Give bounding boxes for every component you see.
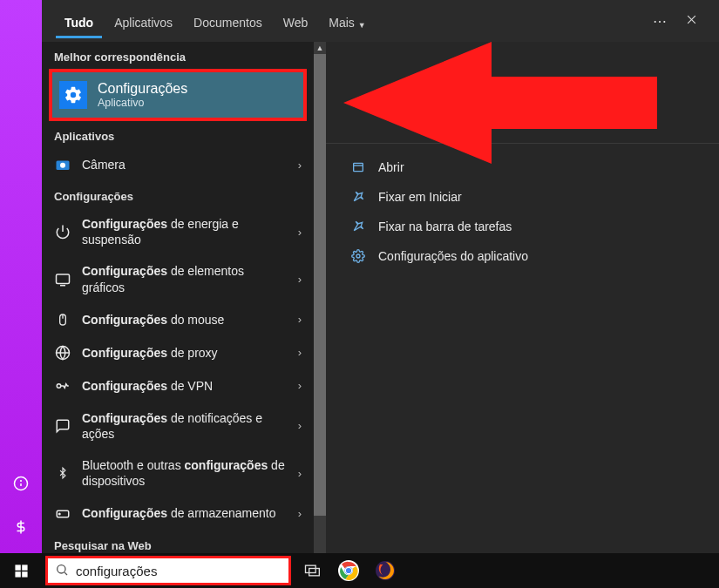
result-configuracoes-best[interactable]: Configurações Aplicativo (49, 69, 307, 121)
storage-icon (54, 505, 71, 523)
task-view-button[interactable] (296, 553, 328, 588)
open-icon (350, 159, 366, 175)
best-match-sub: Aplicativo (98, 97, 187, 109)
scrollbar[interactable]: ▲ ▼ (314, 42, 326, 588)
tab-documentos[interactable]: Documentos (185, 3, 271, 38)
section-apps: Aplicativos (42, 121, 314, 148)
scroll-up-icon[interactable]: ▲ (314, 42, 326, 54)
svg-rect-24 (22, 564, 27, 570)
action-pin-taskbar[interactable]: Fixar na barra de tarefas (326, 212, 719, 241)
search-icon (55, 563, 69, 579)
result-label: Câmera (82, 157, 288, 172)
preview-sub: Aplicativo (343, 114, 702, 127)
action-open[interactable]: Abrir (326, 152, 719, 182)
tab-aplicativos[interactable]: Aplicativos (105, 3, 181, 38)
result-mouse[interactable]: Configurações do mouse › (42, 303, 314, 336)
result-label: Configurações do mouse (82, 312, 288, 328)
result-label: Configurações de armazenamento (82, 505, 288, 521)
svg-rect-30 (309, 569, 320, 576)
svg-line-28 (64, 572, 67, 575)
svg-point-33 (345, 567, 351, 573)
result-label: Configurações de proxy (82, 345, 288, 361)
result-storage[interactable]: Configurações de armazenamento › (42, 497, 314, 531)
result-bluetooth[interactable]: Bluetooth e outras configurações de disp… (42, 449, 314, 497)
pin-icon (350, 219, 366, 234)
close-button[interactable] (677, 13, 705, 30)
action-label: Configurações do aplicativo (378, 249, 528, 263)
chevron-right-icon: › (298, 159, 302, 172)
result-energy[interactable]: Configurações de energia e suspensão › (42, 208, 314, 255)
svg-point-2 (21, 481, 22, 482)
action-pin-start[interactable]: Fixar em Iniciar (326, 182, 719, 212)
taskbar-search[interactable] (45, 556, 291, 585)
pin-icon (350, 189, 366, 205)
result-label: Bluetooth e outras configurações de disp… (82, 457, 288, 489)
gear-icon (59, 81, 87, 109)
result-label: Configurações de energia e suspensão (82, 216, 288, 247)
chevron-right-icon: › (298, 507, 302, 520)
firefox-app[interactable] (370, 553, 401, 588)
result-proxy[interactable]: Configurações de proxy › (42, 336, 314, 369)
tab-mais[interactable]: Mais ▼ (320, 3, 374, 38)
info-icon[interactable] (12, 475, 30, 492)
section-settings: Configurações (42, 181, 314, 208)
chrome-icon (338, 560, 359, 581)
filter-tabs: Tudo Aplicativos Documentos Web Mais ▼ ⋯ (42, 0, 719, 42)
svg-rect-29 (306, 565, 316, 572)
action-label: Fixar na barra de tarefas (378, 220, 512, 233)
result-label: Configurações de VPN (82, 378, 288, 394)
chevron-right-icon: › (298, 419, 302, 432)
chevron-right-icon: › (298, 379, 302, 392)
action-label: Abrir (378, 160, 404, 174)
chevron-right-icon: › (298, 226, 302, 239)
result-camera[interactable]: Câmera › (42, 148, 314, 181)
result-vpn[interactable]: Configurações de VPN › (42, 369, 314, 402)
svg-rect-20 (354, 163, 363, 171)
firefox-icon (375, 560, 396, 581)
chevron-right-icon: › (298, 313, 302, 326)
chevron-down-icon: ▼ (358, 21, 366, 30)
preview-pane: Configurações Aplicativo Abrir Fixar em … (326, 42, 719, 588)
gear-icon (350, 248, 366, 264)
svg-rect-25 (15, 571, 20, 577)
svg-point-8 (60, 163, 65, 168)
chrome-app[interactable] (333, 553, 364, 588)
display-icon (54, 271, 71, 288)
svg-point-22 (356, 254, 360, 258)
chevron-right-icon: › (298, 346, 302, 359)
bluetooth-icon (54, 464, 71, 482)
side-rail (0, 0, 42, 588)
results-list: Melhor correspondência Configurações Apl… (42, 42, 326, 588)
taskbar (0, 553, 719, 588)
result-label: Configurações de elementos gráficos (82, 263, 288, 294)
vpn-icon (54, 377, 71, 395)
svg-point-16 (57, 384, 61, 389)
start-button[interactable] (2, 553, 40, 588)
section-best-match: Melhor correspondência (42, 42, 314, 69)
dollar-icon[interactable] (12, 518, 30, 536)
action-app-settings[interactable]: Configurações do aplicativo (326, 241, 719, 271)
chevron-right-icon: › (298, 467, 302, 480)
svg-rect-10 (57, 274, 70, 284)
svg-point-18 (59, 513, 61, 515)
tab-web[interactable]: Web (275, 3, 317, 38)
preview-header: Configurações Aplicativo (326, 42, 719, 144)
result-graphics[interactable]: Configurações de elementos gráficos › (42, 255, 314, 302)
camera-icon (54, 156, 71, 173)
result-notifications[interactable]: Configurações de notificações e ações › (42, 402, 314, 449)
globe-icon (54, 344, 71, 362)
svg-point-27 (58, 564, 65, 572)
svg-rect-26 (22, 571, 27, 577)
search-panel: Tudo Aplicativos Documentos Web Mais ▼ ⋯… (42, 0, 719, 588)
preview-title: Configurações (343, 91, 702, 111)
chevron-right-icon: › (298, 273, 302, 286)
scroll-thumb[interactable] (314, 54, 326, 516)
tab-tudo[interactable]: Tudo (56, 3, 102, 38)
search-input[interactable] (76, 564, 281, 578)
best-match-title: Configurações (98, 81, 187, 97)
more-options-button[interactable]: ⋯ (646, 13, 674, 30)
mouse-icon (54, 311, 71, 328)
svg-rect-23 (15, 564, 20, 570)
power-icon (54, 223, 71, 240)
chat-icon (54, 417, 71, 435)
